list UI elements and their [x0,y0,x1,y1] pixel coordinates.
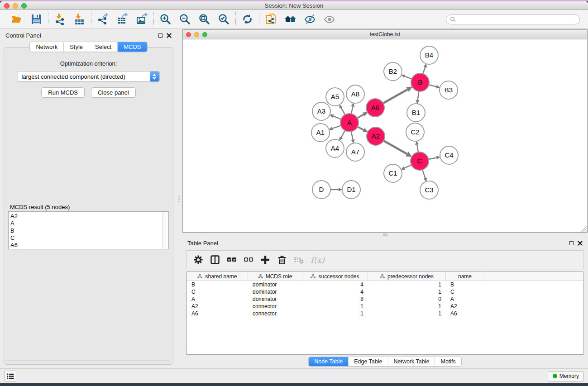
divider-grip[interactable] [178,195,180,203]
close-panel-icon[interactable] [167,33,172,38]
divider-grip[interactable] [383,234,387,236]
tab-motifs[interactable]: Motifs [435,357,461,366]
import-table-icon[interactable] [73,13,86,25]
tab-network-table[interactable]: Network Table [388,357,435,366]
memory-button[interactable]: Memory [548,371,584,381]
table-cell[interactable]: 8 [302,296,368,302]
table-row[interactable]: Cdominator41C [187,288,583,295]
table-cell[interactable]: dominator [248,289,302,295]
window-resize-grip[interactable] [581,226,587,232]
table-row[interactable]: Bdominator41B [187,281,583,288]
deselect-all-checks-icon[interactable] [244,255,253,265]
table-cell[interactable]: 1 [302,310,368,317]
tab-node-table[interactable]: Node Table [309,357,349,366]
graph-node-label: A8 [351,90,359,98]
import-network-icon[interactable] [54,13,66,25]
home-layout-icon[interactable] [284,13,296,25]
table-cell[interactable]: 1 [368,310,446,317]
table-cell[interactable]: 1 [368,303,446,310]
search-input[interactable] [456,16,576,23]
result-list-item[interactable]: A [10,220,162,227]
table-cell[interactable]: 1 [302,303,368,310]
column-panel-icon[interactable] [210,255,220,265]
network-graph[interactable]: AA1A3A5A8A4A7A6A2BB2B4B3B1CC2C4C1C3DD1 [183,39,587,231]
run-mcds-button[interactable]: Run MCDS [41,87,85,98]
column-header-shared-name[interactable]: shared name [187,272,248,281]
float-panel-icon[interactable] [569,241,574,245]
tab-select[interactable]: Select [89,42,118,52]
column-header-mcds-role[interactable]: MCDS role [248,272,302,281]
zoom-fit-icon[interactable] [198,13,210,25]
close-network-window-button[interactable] [186,32,191,37]
table-settings-gear-icon[interactable] [193,255,203,265]
zoom-out-icon[interactable] [179,13,191,25]
network-window-titlebar[interactable]: testGlobe.txt [183,30,587,39]
maximize-window-button[interactable] [21,3,27,9]
result-list-item[interactable]: A2 [10,213,162,220]
table-cell[interactable]: A6 [187,310,248,317]
table-cell[interactable]: A [446,296,484,302]
zoom-selected-icon[interactable] [218,13,230,25]
open-file-icon[interactable] [11,13,23,25]
table-cell[interactable]: A [187,296,248,302]
hide-selected-icon[interactable] [304,13,316,25]
table-row[interactable]: Adominator80A [187,295,583,303]
select-all-checks-icon[interactable] [227,255,237,265]
close-panel-button[interactable]: Close panel [91,87,136,98]
table-row[interactable]: A2connector11A2 [187,303,583,310]
result-list-item[interactable]: B [10,227,162,234]
horizontal-split-divider[interactable] [182,233,588,237]
table-cell[interactable]: 1 [368,289,446,295]
tab-edge-table[interactable]: Edge Table [349,357,388,366]
table-cell[interactable]: connector [248,310,302,317]
table-cell[interactable]: 1 [368,281,446,288]
delete-column-trash-icon[interactable] [277,255,287,265]
table-cell[interactable]: dominator [248,296,302,302]
table-cell[interactable]: A2 [446,303,484,310]
minimize-window-button[interactable] [13,3,18,9]
criterion-dropdown[interactable]: largest connected component (directed) [18,71,160,82]
column-header-successor-nodes[interactable]: successor nodes [302,272,368,281]
table-cell[interactable]: A6 [446,310,484,317]
column-header-predecessor-nodes[interactable]: predecessor nodes [368,272,446,281]
mcds-result-list[interactable]: A2ABCA6 [8,211,169,249]
result-scrollbar[interactable] [162,212,168,249]
result-list-item[interactable]: A6 [10,242,162,249]
task-history-button[interactable] [4,371,16,381]
table-row[interactable]: A6connector11A6 [187,310,583,317]
delete-table-icon[interactable] [294,255,304,265]
result-list-item[interactable]: C [10,234,162,242]
table-cell[interactable]: B [187,281,248,288]
zoom-in-icon[interactable] [159,13,172,25]
function-builder-icon[interactable]: f(x) [311,255,325,265]
maximize-network-window-button[interactable] [202,32,207,37]
table-cell[interactable]: C [446,289,484,295]
tab-mcds[interactable]: MCDS [118,42,147,52]
network-canvas[interactable]: AA1A3A5A8A4A7A6A2BB2B4B3B1CC2C4C1C3DD1 [183,39,587,232]
search-field[interactable] [446,14,580,24]
show-eye-icon[interactable] [323,13,335,25]
refresh-icon[interactable] [241,13,253,25]
minimize-network-window-button[interactable] [194,32,199,37]
table-cell[interactable]: 4 [302,289,368,295]
tab-network[interactable]: Network [30,42,64,52]
table-cell[interactable]: dominator [248,281,302,288]
close-panel-icon[interactable] [578,241,583,246]
table-cell[interactable]: connector [248,303,302,310]
close-window-button[interactable] [4,3,10,9]
column-header-name[interactable]: name [446,272,484,281]
export-table-icon[interactable] [116,13,129,25]
vertical-split-divider[interactable] [177,29,182,368]
export-network-icon[interactable] [97,13,109,25]
save-session-icon[interactable] [30,13,43,25]
table-cell[interactable]: A2 [187,303,248,310]
network-from-clipboard-icon[interactable] [265,13,277,25]
export-image-icon[interactable] [136,13,148,25]
table-cell[interactable]: 4 [302,281,368,288]
tab-style[interactable]: Style [64,42,89,52]
float-panel-icon[interactable] [158,33,163,38]
add-column-plus-icon[interactable] [260,255,270,265]
table-cell[interactable]: C [187,289,248,295]
table-cell[interactable]: B [446,281,484,288]
table-cell[interactable]: 0 [368,296,446,302]
